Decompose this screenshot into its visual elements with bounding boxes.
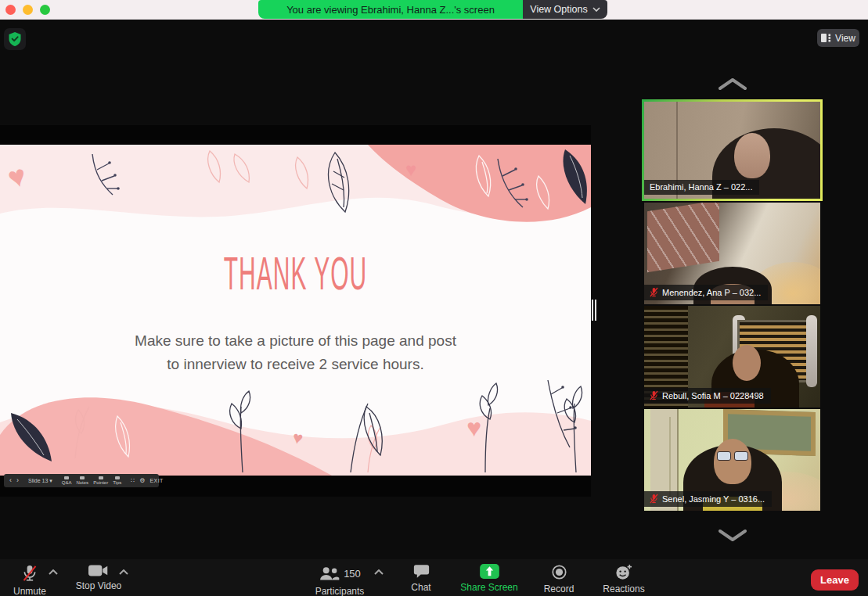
layout-grid-icon bbox=[821, 34, 831, 42]
pointer-button[interactable]: Pointer bbox=[93, 476, 108, 485]
chat-label: Chat bbox=[411, 582, 430, 593]
view-options-button[interactable]: View Options bbox=[523, 0, 607, 19]
participant-name-tag: Rebull, Sofia M – 0228498 bbox=[644, 388, 771, 404]
record-button[interactable]: Record bbox=[535, 564, 582, 594]
participants-count: 150 bbox=[344, 568, 361, 580]
menu-bar: You are viewing Ebrahimi, Hanna Z...'s s… bbox=[0, 0, 868, 20]
view-button-label: View bbox=[835, 33, 855, 44]
participant-name: Senel, Jasming Y – 0316... bbox=[662, 494, 765, 504]
screen-share-banner: You are viewing Ebrahimi, Hanna Z...'s s… bbox=[258, 0, 523, 19]
scroll-participants-down-button[interactable] bbox=[718, 530, 747, 542]
video-tile[interactable]: Menendez, Ana P – 032... bbox=[644, 203, 820, 304]
pointer-icon bbox=[99, 476, 103, 479]
participants-icon bbox=[319, 566, 340, 581]
notes-button[interactable]: Notes bbox=[76, 476, 88, 485]
tips-icon bbox=[115, 476, 120, 479]
record-icon bbox=[551, 564, 567, 580]
slide-selector[interactable]: Slide 13 ▾ bbox=[28, 478, 52, 484]
video-tile-active[interactable]: Ebrahimi, Hanna Z – 022... bbox=[642, 99, 823, 201]
view-options-label: View Options bbox=[530, 4, 587, 15]
reactions-smiley-icon bbox=[615, 564, 632, 580]
slide-body-line2: to innerview to receive 2 service hours. bbox=[0, 353, 591, 376]
svg-text:♥: ♥ bbox=[405, 159, 416, 180]
stop-video-label: Stop Video bbox=[76, 580, 122, 591]
participants-options-caret[interactable] bbox=[374, 569, 384, 575]
video-thumbnail: Rebull, Sofia M – 0228498 bbox=[644, 306, 820, 408]
slide-body-text: Make sure to take a picture of this page… bbox=[0, 329, 591, 376]
muted-mic-icon bbox=[650, 494, 658, 504]
shared-screen-area: ♥ ♥ bbox=[0, 125, 591, 497]
share-screen-icon bbox=[480, 564, 499, 579]
video-tile[interactable]: Senel, Jasming Y – 0316... bbox=[644, 409, 820, 511]
share-screen-button[interactable]: Share Screen bbox=[454, 564, 524, 593]
muted-mic-icon bbox=[22, 564, 38, 583]
close-window-button[interactable] bbox=[5, 5, 16, 15]
chat-button[interactable]: Chat bbox=[401, 564, 441, 593]
tips-button[interactable]: Tips bbox=[113, 476, 121, 485]
participant-name: Ebrahimi, Hanna Z – 022... bbox=[650, 182, 752, 192]
screen-share-banner-text: You are viewing Ebrahimi, Hanna Z...'s s… bbox=[286, 4, 495, 16]
qa-button[interactable]: Q&A bbox=[62, 476, 72, 485]
slide-body-line1: Make sure to take a picture of this page… bbox=[0, 329, 591, 353]
presentation-slide: ♥ ♥ bbox=[0, 145, 591, 476]
minimize-window-button[interactable] bbox=[23, 5, 33, 15]
unmute-button[interactable]: Unmute bbox=[8, 564, 52, 596]
stop-video-button[interactable]: Stop Video bbox=[74, 564, 124, 591]
share-screen-label: Share Screen bbox=[460, 582, 517, 593]
exit-button[interactable]: EXIT bbox=[150, 478, 164, 483]
reactions-label: Reactions bbox=[603, 583, 644, 594]
video-thumbnail: Senel, Jasming Y – 0316... bbox=[644, 409, 820, 511]
qa-icon bbox=[64, 476, 69, 479]
svg-text:♥: ♥ bbox=[466, 414, 481, 442]
video-options-caret[interactable] bbox=[119, 569, 128, 575]
view-layout-button[interactable]: View bbox=[817, 29, 859, 47]
slide-title: Thank you bbox=[0, 247, 591, 300]
unmute-label: Unmute bbox=[13, 586, 46, 596]
participant-name: Menendez, Ana P – 032... bbox=[662, 288, 761, 297]
panel-resize-handle[interactable] bbox=[592, 300, 593, 321]
record-label: Record bbox=[544, 583, 574, 594]
meeting-control-bar: Unmute Stop Video bbox=[0, 559, 868, 596]
settings-gear-icon[interactable]: ⚙ bbox=[139, 478, 145, 484]
shield-check-icon bbox=[8, 31, 22, 47]
participant-name-tag: Ebrahimi, Hanna Z – 022... bbox=[644, 180, 759, 195]
participants-button[interactable]: 150 Participants bbox=[310, 564, 369, 596]
next-slide-button[interactable]: › bbox=[16, 477, 19, 484]
slide-decoration-bottom: ♥ ♥ bbox=[0, 372, 591, 476]
presenter-toolbar: ‹ › Slide 13 ▾ Q&A Notes Pointer Tips ∷ … bbox=[4, 474, 159, 487]
participant-name-tag: Menendez, Ana P – 032... bbox=[644, 285, 768, 300]
previous-slide-button[interactable]: ‹ bbox=[9, 477, 12, 484]
leave-button[interactable]: Leave bbox=[811, 569, 859, 591]
panel-resize-handle[interactable] bbox=[595, 300, 596, 321]
security-shield-button[interactable] bbox=[4, 28, 26, 50]
slide-decoration-top: ♥ ♥ bbox=[0, 145, 591, 232]
video-thumbnail: Menendez, Ana P – 032... bbox=[644, 203, 820, 304]
chat-bubble-icon bbox=[413, 564, 430, 579]
video-thumbnail: Ebrahimi, Hanna Z – 022... bbox=[644, 102, 820, 199]
scroll-participants-up-button[interactable] bbox=[718, 77, 747, 90]
participant-name: Rebull, Sofia M – 0228498 bbox=[662, 391, 764, 400]
chevron-down-icon bbox=[592, 7, 600, 12]
notes-icon bbox=[80, 476, 85, 479]
participant-name-tag: Senel, Jasming Y – 0316... bbox=[644, 491, 772, 507]
muted-mic-icon bbox=[650, 287, 658, 297]
video-tile[interactable]: Rebull, Sofia M – 0228498 bbox=[644, 306, 820, 408]
muted-mic-icon bbox=[650, 390, 658, 400]
fullscreen-grid-icon[interactable]: ∷ bbox=[131, 478, 135, 484]
fullscreen-window-button[interactable] bbox=[40, 5, 50, 15]
zoom-meeting-window: You are viewing Ebrahimi, Hanna Z...'s s… bbox=[0, 0, 868, 596]
participants-label: Participants bbox=[315, 586, 365, 596]
reactions-button[interactable]: Reactions bbox=[598, 564, 650, 594]
meeting-content: View ♥ ♥ bbox=[0, 20, 868, 596]
audio-options-caret[interactable] bbox=[49, 569, 58, 575]
video-camera-icon bbox=[88, 564, 109, 577]
